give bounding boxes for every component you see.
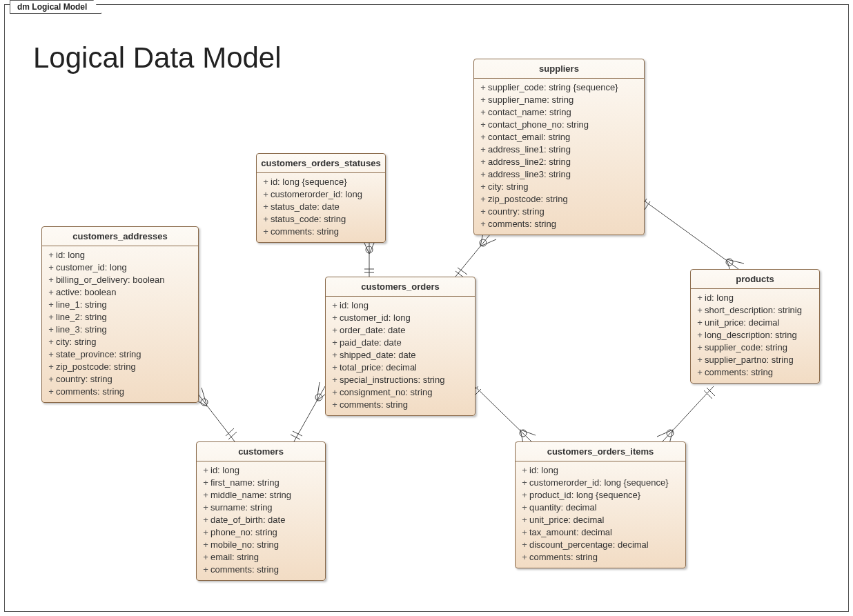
entity-title: customers_orders_statuses [257,154,385,173]
entity-customers[interactable]: customers +id: long +first_name: string … [196,441,326,581]
attr: comments: string [210,564,279,575]
attr: paid_date: date [340,337,402,348]
entity-customers-addresses[interactable]: customers_addresses +id: long +customer_… [41,226,199,403]
attr: surname: string [210,502,273,513]
diagram-frame: dm Logical Model Logical Data Model [0,0,853,616]
attr: date_of_birth: date [210,515,285,525]
attr: customerorder_id: long {sequence} [529,477,669,488]
entity-title: customers_orders_items [516,442,685,461]
attr: supplier_name: string [488,95,573,105]
attr: zip_postcode: string [56,361,136,372]
entity-attributes: +id: long +customer_id: long +billing_or… [42,246,198,402]
attr: order_date: date [340,325,405,335]
attr: line_3: string [56,324,107,335]
attr: comments: string [340,399,408,410]
attr: comments: string [271,226,339,237]
attr: middle_name: string [210,490,291,500]
attr: comments: string [529,552,598,562]
entity-title: customers_addresses [42,227,198,246]
attr: first_name: string [210,477,280,488]
attr: comments: string [56,386,124,397]
attr: tax_amount: decimal [529,527,612,537]
attr: comments: string [488,219,556,229]
entity-attributes: +id: long +first_name: string +middle_na… [197,461,325,580]
attr: phone_no: string [210,527,277,537]
attr: customer_id: long [56,262,127,272]
diagram-title: Logical Data Model [33,41,282,74]
attr: address_line3: string [488,169,571,179]
attr: consignment_no: string [340,387,432,397]
attr: id: long [705,292,734,303]
attr: contact_email: string [488,132,570,142]
attr: id: long [56,250,85,260]
entity-attributes: +id: long +customer_id: long +order_date… [326,297,475,415]
attr: billing_or_delivery: boolean [56,275,165,285]
diagram-tab: dm Logical Model [10,0,101,14]
attr: special_instructions: string [340,375,444,385]
attr: quantity: decimal [529,502,597,513]
attr: product_id: long {sequence} [529,490,640,500]
attr: discount_percentage: decimal [529,539,649,550]
attr: city: string [488,181,529,192]
attr: status_code: string [271,214,346,224]
attr: supplier_code: string [705,342,787,352]
attr: status_date: date [271,201,340,212]
entity-customers-orders-statuses[interactable]: customers_orders_statuses +id: long {seq… [256,153,386,243]
attr: id: long [529,465,558,475]
entity-products[interactable]: products +id: long +short_description: s… [690,269,820,384]
attr: total_price: decimal [340,362,417,372]
entity-title: customers [197,442,325,461]
attr: address_line2: string [488,157,571,167]
attr: comments: string [705,367,773,377]
attr: city: string [56,337,97,347]
attr: country: string [56,374,112,384]
entity-title: customers_orders [326,277,475,297]
entity-attributes: +supplier_code: string {sequence} +suppl… [474,79,644,235]
attr: email: string [210,552,259,562]
attr: customer_id: long [340,312,411,323]
attr: id: long {sequence} [271,177,347,187]
attr: country: string [488,206,545,217]
entity-title: suppliers [474,59,644,79]
entity-title: products [691,270,819,289]
attr: address_line1: string [488,144,571,155]
attr: state_province: string [56,349,141,359]
attr: long_description: string [705,330,797,340]
attr: supplier_partno: string [705,355,794,365]
attr: unit_price: decimal [529,515,604,525]
attr: line_1: string [56,299,107,310]
attr: unit_price: decimal [705,317,779,328]
attr: zip_postcode: string [488,194,568,204]
attr: line_2: string [56,312,107,322]
attr: contact_phone_no: string [488,119,589,130]
entity-attributes: +id: long +short_description: strinig +u… [691,289,819,383]
attr: id: long [210,465,239,475]
entity-customers-orders-items[interactable]: customers_orders_items +id: long +custom… [515,441,686,568]
attr: active: boolean [56,287,116,297]
attr: mobile_no: string [210,539,279,550]
attr: id: long [340,300,369,310]
attr: supplier_code: string {sequence} [488,82,618,92]
entity-suppliers[interactable]: suppliers +supplier_code: string {sequen… [473,59,645,235]
attr: contact_name: string [488,107,571,117]
attr: customerorder_id: long [271,189,362,199]
attr: short_description: strinig [705,305,802,315]
entity-attributes: +id: long {sequence} +customerorder_id: … [257,173,385,242]
attr: shipped_date: date [340,350,416,360]
entity-customers-orders[interactable]: customers_orders +id: long +customer_id:… [325,277,475,416]
entity-attributes: +id: long +customerorder_id: long {seque… [516,461,685,568]
